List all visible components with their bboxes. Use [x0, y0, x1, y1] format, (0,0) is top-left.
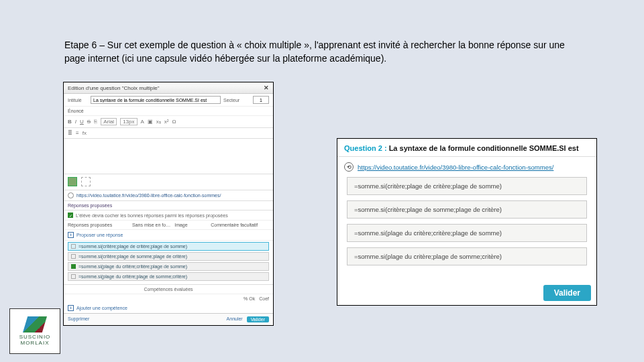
font-select[interactable]: Arial [101, 118, 117, 125]
validate-button[interactable]: Valider [247, 316, 269, 322]
link-icon: ⟲ [344, 162, 354, 172]
add-competence-label: Ajouter une compétence [76, 306, 127, 310]
size-select[interactable]: 13px [120, 118, 137, 125]
rich-text-toolbar-2: ≣ ≡ fx [64, 128, 273, 139]
unchecked-icon [71, 274, 76, 279]
preview-title: Question 2 : La syntaxe de la formule co… [337, 139, 596, 157]
sup-button[interactable]: x² [164, 119, 169, 125]
attached-url[interactable]: https://video.toutatice.fr/video/3980-li… [76, 193, 269, 198]
sub-button[interactable]: x₂ [156, 119, 161, 125]
school-logo: SUSCINIO MORLAIX [9, 308, 60, 354]
response-text: =somme.si(critère;plage de somme;plage d… [78, 254, 187, 259]
preview-options: =somme.si(critère;plage de critère;plage… [337, 177, 596, 265]
col-responses: Réponses proposées [68, 223, 128, 227]
responses-help: ✓ L'élève devra cocher les bonnes répons… [64, 210, 273, 221]
secteur-input[interactable] [253, 96, 269, 104]
text-color-button[interactable]: A [141, 119, 144, 125]
strike-button[interactable]: S [87, 119, 91, 125]
add-response-label: Proposer une réponse [76, 233, 123, 237]
question-editor-dialog: Edition d'une question "Choix multiple" … [63, 82, 274, 326]
logo-line1: SUSCINIO [19, 334, 51, 340]
option-button[interactable]: =somme.si(plage du critère;plage de somm… [347, 247, 587, 265]
col-ok: % Ok [244, 296, 255, 301]
rich-text-toolbar: B I U S ⎘ Arial 13px A ▣ x₂ x² Ω [64, 116, 273, 128]
unchecked-icon [71, 244, 76, 249]
omega-button[interactable]: Ω [172, 119, 176, 125]
attached-link-row: https://video.toutatice.fr/video/3980-li… [64, 190, 273, 201]
responses-columns: Réponses proposées Sans mise en fo… Imag… [64, 221, 273, 230]
option-button[interactable]: =somme.si(critère;plage de critère;plage… [347, 177, 587, 195]
logo-line2: MORLAIX [20, 340, 49, 346]
indent-icon[interactable]: fx [83, 130, 87, 136]
enonce-editor[interactable] [64, 139, 273, 174]
add-response-button[interactable]: + Proposer une réponse [64, 230, 273, 241]
question-preview: Question 2 : La syntaxe de la formule co… [337, 138, 597, 306]
response-list: =somme.si(critère;plage de critère;plage… [64, 241, 273, 284]
intitule-row: Intitulé Secteur [64, 94, 273, 107]
checked-icon [71, 264, 76, 269]
unchecked-icon [71, 254, 76, 259]
secteur-label: Secteur [223, 98, 250, 103]
delete-button[interactable]: Supprimer [68, 316, 89, 322]
check-icon: ✓ [68, 213, 73, 218]
question-number: Question 2 : [344, 144, 387, 152]
response-item[interactable]: =somme.si(plage du critère;critère;plage… [68, 262, 269, 271]
col-image: Image [174, 223, 207, 227]
add-image-icon[interactable] [81, 177, 91, 186]
dialog-header: Edition d'une question "Choix multiple" … [64, 82, 273, 94]
intitule-label: Intitulé [68, 98, 88, 103]
image-attach-row [64, 174, 273, 190]
logo-shape-icon [23, 316, 47, 333]
preview-link[interactable]: https://video.toutatice.fr/video/3980-li… [358, 164, 553, 171]
italic-button[interactable]: I [75, 119, 76, 125]
plus-icon: + [68, 232, 74, 238]
response-item[interactable]: =somme.si(plage du critère;plage de somm… [68, 272, 269, 281]
response-item[interactable]: =somme.si(critère;plage de somme;plage d… [68, 252, 269, 261]
list-ul-icon[interactable]: ≣ [68, 130, 72, 136]
add-competence-button[interactable]: + Ajouter une compétence [64, 303, 273, 313]
col-comment: Commentaire facultatif [211, 223, 269, 227]
dialog-footer: Supprimer Annuler Valider [64, 313, 273, 325]
col-format: Sans mise en fo… [132, 223, 170, 227]
response-text: =somme.si(plage du critère;plage de somm… [78, 274, 187, 279]
close-icon[interactable]: ✕ [264, 84, 269, 91]
col-coef: Coef [259, 296, 269, 301]
preview-footer: Valider [337, 281, 596, 305]
enonce-label: Énoncé [68, 109, 84, 113]
response-text: =somme.si(critère;plage de critère;plage… [78, 244, 187, 249]
bold-button[interactable]: B [68, 119, 72, 125]
link-icon[interactable]: ⎘ [94, 119, 97, 125]
validate-button[interactable]: Valider [543, 285, 591, 301]
underline-button[interactable]: U [80, 119, 84, 125]
responses-help-text: L'élève devra cocher les bonnes réponses… [76, 213, 228, 218]
question-text: La syntaxe de la formule conditionnelle … [389, 144, 579, 152]
option-button[interactable]: =somme.si(plage du critère;critère;plage… [347, 224, 587, 242]
response-item[interactable]: =somme.si(critère;plage de critère;plage… [68, 242, 269, 251]
response-text: =somme.si(plage du critère;critère;plage… [78, 264, 187, 269]
competences-columns: % Ok Coef [64, 294, 273, 303]
responses-section-header: Réponses proposées [64, 201, 273, 210]
dialog-title: Edition d'une question "Choix multiple" [68, 85, 160, 91]
link-icon [68, 192, 74, 198]
step-caption: Etape 6 – Sur cet exemple de question à … [64, 39, 588, 65]
list-ol-icon[interactable]: ≡ [76, 130, 79, 136]
competences-header: Compétences évaluées [64, 284, 273, 294]
attached-image-icon[interactable] [68, 177, 77, 186]
enonce-label-row: Énoncé [64, 107, 273, 116]
cancel-button[interactable]: Annuler [227, 316, 243, 322]
plus-icon: + [68, 305, 74, 311]
intitule-input[interactable] [91, 96, 221, 104]
preview-link-row: ⟲ https://video.toutatice.fr/video/3980-… [337, 157, 596, 177]
option-button[interactable]: =somme.si(critère;plage de somme;plage d… [347, 200, 587, 219]
highlight-button[interactable]: ▣ [148, 119, 153, 125]
